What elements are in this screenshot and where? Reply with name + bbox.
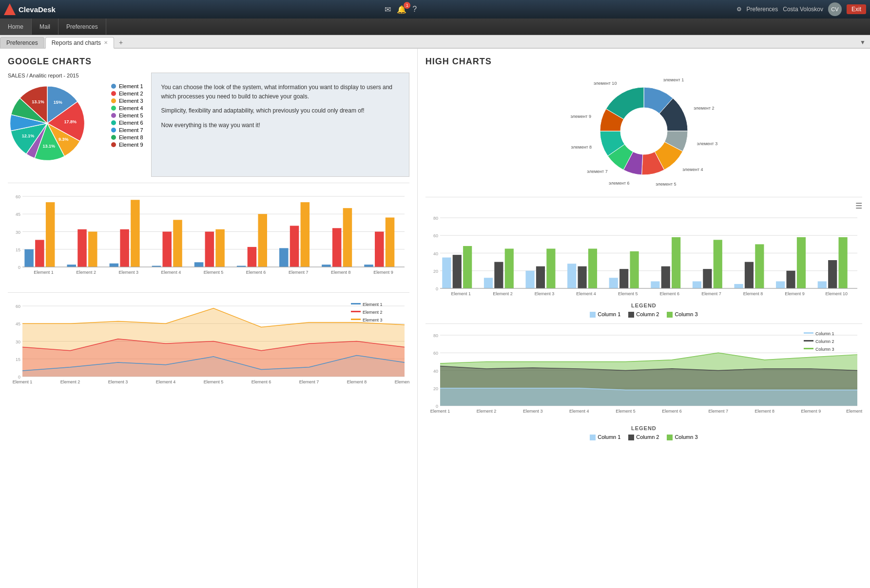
svg-text:Element 9: Element 9 <box>373 270 393 275</box>
svg-rect-120 <box>546 248 555 288</box>
svg-text:Element 1: Element 1 <box>13 379 33 384</box>
hc-bar-svg: 020406080Element 1Element 2Element 3Elem… <box>425 210 862 318</box>
google-bar-chart: 015304560Element 1Element 2Element 3Elem… <box>8 189 409 286</box>
pie-legend-item: Element 6 <box>111 120 143 126</box>
svg-text:15: 15 <box>16 357 20 362</box>
page-tab-preferences[interactable]: Preferences <box>0 37 44 48</box>
mail-icon[interactable]: ✉ <box>385 5 391 14</box>
svg-text:Element 8: Element 8 <box>347 379 367 384</box>
svg-text:30: 30 <box>16 230 20 235</box>
svg-rect-26 <box>77 229 87 267</box>
topbar: ClevaDesk ✉ 🔔 1 ? ⚙ Preferences Costa Vo… <box>0 0 870 19</box>
svg-text:80: 80 <box>433 333 438 338</box>
svg-rect-32 <box>332 228 342 267</box>
svg-text:60: 60 <box>16 194 20 199</box>
svg-rect-114 <box>703 269 712 288</box>
svg-rect-38 <box>215 229 225 267</box>
svg-rect-24 <box>364 265 373 267</box>
svg-rect-101 <box>567 264 576 288</box>
pie-legend-item: Element 7 <box>111 127 143 133</box>
hc-area-section: 020406080Element 1Element 2Element 3Elem… <box>425 323 862 440</box>
svg-rect-123 <box>672 237 680 288</box>
pie-legend-item: Element 3 <box>111 98 143 104</box>
app-name: ClevaDesk <box>19 5 56 14</box>
google-charts-title: GOOGLE CHARTS <box>8 57 409 67</box>
bell-icon[interactable]: 🔔 1 <box>397 5 406 14</box>
svg-rect-34 <box>46 202 55 267</box>
google-area-svg: 015304560Element 1Element 2Element 3Elem… <box>8 299 409 396</box>
svg-text:15: 15 <box>16 247 20 252</box>
svg-text:Element 2: Element 2 <box>363 310 383 315</box>
nav-tab-home[interactable]: Home <box>0 19 32 35</box>
svg-text:Element 6: Element 6 <box>246 270 266 275</box>
svg-text:60: 60 <box>433 351 438 356</box>
avatar: CV <box>828 2 842 16</box>
tab-dropdown[interactable]: ▼ <box>855 37 870 48</box>
svg-text:Element 7: Element 7 <box>299 379 319 384</box>
svg-rect-25 <box>35 240 44 267</box>
topbar-right: ⚙ Preferences Costa Voloskov CV Exit <box>736 2 866 16</box>
svg-text:0: 0 <box>18 265 20 270</box>
page-tab-reports[interactable]: Reports and charts ✕ <box>45 37 114 49</box>
page-tab-add[interactable]: + <box>115 37 127 48</box>
svg-text:Element 4: Element 4 <box>569 409 589 414</box>
hc-bar-chart: 020406080Element 1Element 2Element 3Elem… <box>425 201 862 299</box>
svg-rect-125 <box>755 244 764 288</box>
svg-text:Element 1: Element 1 <box>430 409 450 414</box>
svg-text:Element 2: Element 2 <box>60 379 80 384</box>
pie-svg: 15%17.8%9.3%13.1%12.1%13.1% <box>8 79 96 167</box>
svg-text:Element 10: Element 10 <box>825 291 848 296</box>
navtabs: Home Mail Preferences <box>0 19 870 35</box>
svg-text:60: 60 <box>16 304 20 309</box>
svg-text:60: 60 <box>433 233 438 238</box>
page-tab-reports-close[interactable]: ✕ <box>104 40 108 45</box>
svg-rect-28 <box>162 232 172 267</box>
svg-rect-124 <box>713 240 722 288</box>
svg-text:элемент 10: элемент 10 <box>594 81 617 86</box>
svg-rect-115 <box>745 262 754 288</box>
svg-rect-161 <box>804 340 813 341</box>
svg-text:Element 3: Element 3 <box>535 291 555 296</box>
pie-legend-item: Element 1 <box>111 83 143 89</box>
svg-text:13.1%: 13.1% <box>42 144 55 149</box>
svg-text:17.8%: 17.8% <box>64 119 77 124</box>
svg-rect-116 <box>786 271 795 288</box>
svg-rect-121 <box>588 248 597 288</box>
logo: ClevaDesk <box>4 3 56 15</box>
pie-legend: Element 1Element 2Element 3Element 4Elem… <box>111 83 143 148</box>
donut-chart-section: элемент 1элемент 2элемент 3элемент 4элем… <box>425 73 862 191</box>
nav-tab-mail[interactable]: Mail <box>32 19 58 35</box>
svg-rect-117 <box>828 260 837 288</box>
svg-text:Element 8: Element 8 <box>331 270 351 275</box>
pie-legend-item: Element 5 <box>111 113 143 118</box>
nav-tab-preferences[interactable]: Preferences <box>58 19 106 35</box>
pie-chart-area: SALES / Analitic report - 2015 15%17.8%9… <box>8 73 409 177</box>
preferences-link[interactable]: Preferences <box>747 6 778 13</box>
help-icon[interactable]: ? <box>412 5 417 14</box>
svg-rect-99 <box>484 278 493 288</box>
svg-text:Element 2: Element 2 <box>477 409 497 414</box>
exit-button[interactable]: Exit <box>847 4 866 14</box>
svg-rect-74 <box>351 311 361 312</box>
donut-svg: элемент 1элемент 2элемент 3элемент 4элем… <box>561 73 727 190</box>
google-bar-chart-section: 015304560Element 1Element 2Element 3Elem… <box>8 183 409 286</box>
svg-text:элемент 8: элемент 8 <box>571 145 592 150</box>
svg-rect-119 <box>504 248 513 288</box>
svg-rect-118 <box>463 246 472 288</box>
svg-text:Element 1: Element 1 <box>363 302 383 307</box>
svg-text:Element 3: Element 3 <box>523 409 543 414</box>
svg-rect-35 <box>88 232 97 267</box>
svg-text:9.3%: 9.3% <box>58 137 69 142</box>
svg-text:Column 2: Column 2 <box>815 339 834 344</box>
svg-text:элемент 9: элемент 9 <box>570 114 591 119</box>
svg-text:0: 0 <box>436 404 438 409</box>
pie-legend-item: Element 9 <box>111 142 143 148</box>
gear-icon[interactable]: ⚙ <box>736 6 742 13</box>
right-panel: HIGH CHARTS элемент 1элемент 2элемент 3э… <box>418 49 870 588</box>
svg-text:12.1%: 12.1% <box>22 133 35 138</box>
svg-rect-111 <box>578 266 586 288</box>
google-bar-svg: 015304560Element 1Element 2Element 3Elem… <box>8 189 409 286</box>
svg-text:элемент 5: элемент 5 <box>656 182 676 187</box>
svg-text:15%: 15% <box>54 100 62 105</box>
hc-area-svg: 020406080Element 1Element 2Element 3Elem… <box>425 328 862 435</box>
